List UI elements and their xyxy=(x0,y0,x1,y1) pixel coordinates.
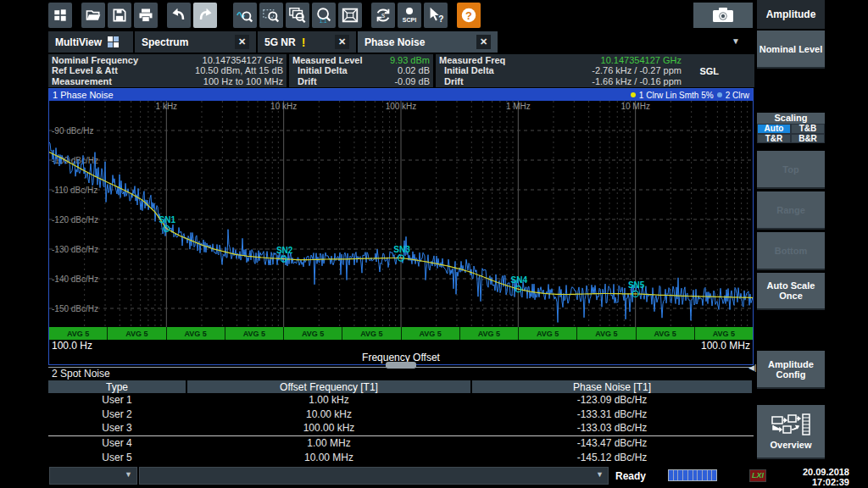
zoom-one-to-one-glyph: 1:1 xyxy=(314,6,333,25)
redo-icon[interactable] xyxy=(193,3,217,28)
tab-close-icon[interactable]: ✕ xyxy=(235,35,249,49)
measurement-info-bar: Nominal Frequency10.147354127 GHzRef Lev… xyxy=(48,54,754,87)
info-value: -0.09 dB xyxy=(394,76,430,86)
info-column-2: Measured Level9.93 dBmInitial Delta0.02 … xyxy=(289,54,433,87)
info-label: Nominal Frequency xyxy=(52,55,138,65)
tab-close-icon[interactable]: ✕ xyxy=(476,35,491,49)
scpi-glyph: SCPI xyxy=(399,5,420,25)
average-count-bar: AVG 5AVG 5AVG 5AVG 5AVG 5AVG 5AVG 5AVG 5… xyxy=(49,327,753,340)
scaling-option-auto[interactable]: Auto xyxy=(757,124,791,134)
avg-segment: AVG 5 xyxy=(108,327,165,340)
info-value: 10.50 dBm, Att 15 dB xyxy=(195,65,283,75)
zoom-windows-glyph xyxy=(288,6,307,25)
info-row: Drift-0.09 dB xyxy=(292,76,430,86)
overview-button[interactable]: Overview xyxy=(757,405,825,459)
table-cell: 10.00 kHz xyxy=(187,408,470,420)
info-row: Measured Freq10.147354127 GHz xyxy=(439,55,751,65)
table-row[interactable]: User 210.00 kHz-133.31 dBc/Hz xyxy=(48,408,754,422)
auto-scale-once-button[interactable]: Auto Scale Once xyxy=(757,273,825,310)
tab-phase-noise[interactable]: Phase Noise✕ xyxy=(358,31,498,53)
nominal-level-button[interactable]: Nominal Level xyxy=(757,30,825,69)
y-tick-label: -90 dBc/Hz xyxy=(52,126,93,136)
zoom-trace-icon[interactable] xyxy=(233,3,257,28)
info-column-1: Nominal Frequency10.147354127 GHzRef Lev… xyxy=(48,54,287,87)
display-frame-icon[interactable] xyxy=(338,3,362,28)
amplitude-config-button[interactable]: Amplitude Config xyxy=(757,351,825,389)
zoom-selection-glyph xyxy=(262,6,281,25)
progress-segment xyxy=(678,470,682,480)
save-icon[interactable] xyxy=(108,3,131,28)
display-frame-glyph xyxy=(341,6,359,25)
status-dropdown-main[interactable]: ▼ xyxy=(139,467,609,485)
tab-multiview[interactable]: MultiView xyxy=(48,31,133,53)
collapse-menu-icon[interactable]: ◀| xyxy=(748,363,756,372)
table-row[interactable]: User 3100.00 kHz-133.03 dBc/Hz xyxy=(48,421,754,435)
zoom-selection-icon[interactable] xyxy=(259,3,283,28)
tab-close-icon[interactable]: ✕ xyxy=(335,35,349,49)
scaling-option-tb[interactable]: T&B xyxy=(791,124,825,134)
zoom-one-to-one-icon[interactable]: 1:1 xyxy=(312,3,336,28)
window-splitter-handle[interactable] xyxy=(386,362,416,369)
tab-spectrum[interactable]: Spectrum✕ xyxy=(135,31,256,53)
time-label: 17:02:39 xyxy=(765,477,849,487)
info-row: Nominal Frequency10.147354127 GHz xyxy=(52,55,283,65)
svg-text:SCPI: SCPI xyxy=(403,17,416,23)
bottom-button[interactable]: Bottom xyxy=(757,232,825,270)
table-cell: -123.09 dBc/Hz xyxy=(472,394,752,406)
windows-icon[interactable] xyxy=(48,3,72,28)
avg-segment: AVG 5 xyxy=(460,327,518,340)
tab-overflow-button[interactable]: ▼ xyxy=(727,34,744,49)
scaling-option-br[interactable]: B&R xyxy=(791,134,825,144)
y-tick-label: -120 dBc/Hz xyxy=(52,215,98,225)
warning-icon: ! xyxy=(302,36,306,49)
avg-segment: AVG 5 xyxy=(342,327,400,340)
range-button[interactable]: Range xyxy=(757,191,825,230)
x-tick-label: 1 kHz xyxy=(156,102,178,111)
scaling-option-tr[interactable]: T&R xyxy=(757,134,791,144)
date-time[interactable]: 20.09.2018 17:02:39 xyxy=(765,467,849,487)
toolbar: 1:1 s SCPI ? ? xyxy=(48,2,481,29)
table-cell: User 2 xyxy=(48,408,186,420)
progress-segment xyxy=(688,470,693,480)
trace-2-legend-label: 2 Clrw xyxy=(726,91,749,100)
date-label: 20.09.2018 xyxy=(765,467,849,477)
zoom-windows-icon[interactable] xyxy=(286,3,309,28)
table-row[interactable]: User 41.00 MHz-143.47 dBc/Hz xyxy=(48,435,754,451)
avg-segment: AVG 5 xyxy=(167,327,225,340)
measurement-progress-bar xyxy=(668,469,717,481)
avg-segment: AVG 5 xyxy=(519,327,576,340)
status-dropdown-left[interactable]: ▼ xyxy=(49,467,137,485)
avg-segment: AVG 5 xyxy=(637,327,694,340)
x-tick-label: 1 MHz xyxy=(506,102,531,111)
tab-label: Spectrum xyxy=(142,36,188,48)
trace-1-legend-label: 1 Clrw Lin Smth 5% xyxy=(639,91,714,100)
tab-5g-nr[interactable]: 5G NR!✕ xyxy=(258,31,356,53)
chevron-down-icon: ▼ xyxy=(596,470,604,479)
undo-icon[interactable] xyxy=(167,3,191,28)
tab-label: MultiView xyxy=(55,36,102,48)
scaling-group: Scaling AutoT&BT&RB&R xyxy=(757,113,825,143)
avg-segment: AVG 5 xyxy=(402,327,459,340)
screenshot-button[interactable] xyxy=(693,3,753,28)
top-button[interactable]: Top xyxy=(757,151,825,189)
info-value: -2.76 kHz / -0.27 ppm xyxy=(592,65,682,75)
open-file-icon[interactable] xyxy=(81,3,105,28)
window-header: 1 Phase Noise 1 Clrw Lin Smth 5%2 Clrw xyxy=(49,89,753,101)
x-axis-stop-label: 100.0 MHz xyxy=(701,340,750,352)
table-row[interactable]: User 510.00 MHz-145.12 dBc/Hz xyxy=(48,450,754,464)
spot-noise-table-header: TypeOffset Frequency [T1]Phase Noise [T1… xyxy=(48,380,754,393)
info-value: 10.147354127 GHz xyxy=(203,55,283,65)
help-icon[interactable]: ? xyxy=(457,3,481,28)
print-icon[interactable] xyxy=(134,3,158,28)
phase-noise-chart[interactable]: 1 kHz10 kHz100 kHz1 MHz10 MHz-90 dBc/Hz-… xyxy=(49,101,753,327)
table-cell: 1.00 kHz xyxy=(187,394,470,406)
continue-sweep-icon[interactable]: s xyxy=(371,3,395,28)
undo-arrow-glyph xyxy=(170,7,187,24)
info-row: Initial Delta0.02 dB xyxy=(292,65,430,75)
single-sweep-badge: SGL xyxy=(699,66,719,76)
context-help-icon[interactable]: ? xyxy=(424,3,448,28)
column-header: Offset Frequency [T1] xyxy=(187,380,470,393)
windows-glyph xyxy=(52,7,69,24)
scpi-icon[interactable]: SCPI xyxy=(398,3,421,28)
table-row[interactable]: User 11.00 kHz-123.09 dBc/Hz xyxy=(48,393,754,408)
